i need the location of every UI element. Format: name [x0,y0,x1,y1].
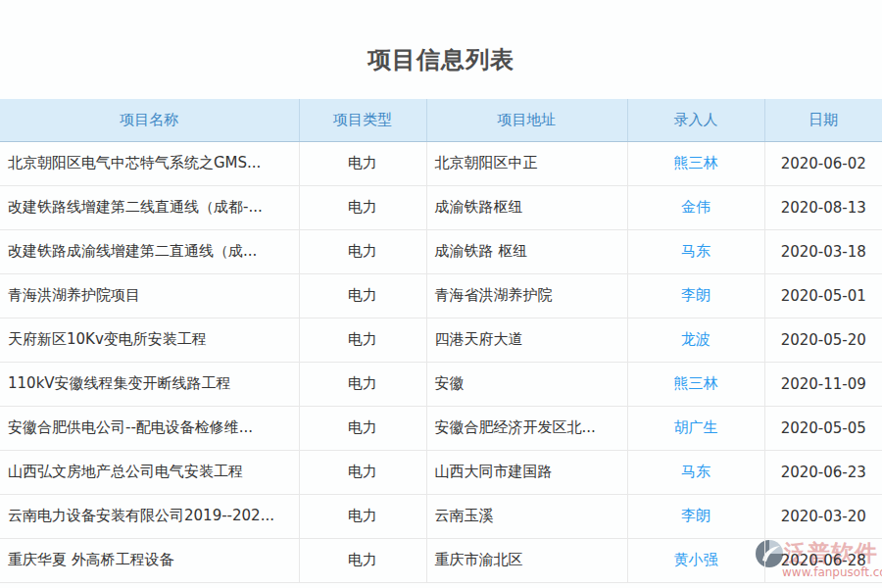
entered-by-cell: 黄小强 [627,538,764,582]
entered-by-link[interactable]: 黄小强 [674,551,718,568]
project-list-page: 项目信息列表 项目名称 项目类型 项目地址 录入人 日期 北京朝阳区电气中芯特气… [0,0,882,588]
table-row: 改建铁路线增建第二线直通线（成都-...电力成渝铁路枢纽金伟2020-08-13 [0,185,882,229]
project-name-cell: 改建铁路线增建第二线直通线（成都-... [0,185,299,229]
project-address-cell: 四港天府大道 [426,318,627,362]
entered-by-cell: 熊三林 [627,362,764,406]
project-address-cell: 重庆市渝北区 [426,538,627,582]
entered-by-link[interactable]: 胡广生 [674,418,718,436]
table-header-row: 项目名称 项目类型 项目地址 录入人 日期 [0,99,882,141]
date-cell: 2020-03-18 [764,229,882,273]
entered-by-link[interactable]: 李朗 [681,507,710,524]
table-body: 北京朝阳区电气中芯特气系统之GMS...电力北京朝阳区中正熊三林2020-06-… [0,141,882,582]
date-cell: 2020-03-20 [764,494,882,538]
project-name-cell: 天府新区10Kv变电所安装工程 [0,318,299,362]
project-address-cell: 北京朝阳区中正 [426,141,627,185]
table-header: 项目名称 项目类型 项目地址 录入人 日期 [0,99,882,141]
project-name-cell: 山西弘文房地产总公司电气安装工程 [0,450,299,494]
table-row: 重庆华夏 外高桥工程设备电力重庆市渝北区黄小强2020-06-28 [0,538,882,582]
date-cell: 2020-11-09 [764,362,882,406]
project-name-cell: 青海洪湖养护院项目 [0,273,299,318]
table-row: 青海洪湖养护院项目电力青海省洪湖养护院李朗2020-05-01 [0,273,882,318]
entered-by-link[interactable]: 熊三林 [674,374,718,392]
table-row: 天府新区10Kv变电所安装工程电力四港天府大道龙波2020-05-20 [0,318,882,362]
entered-by-link[interactable]: 马东 [681,463,710,480]
project-name-cell: 110kV安徽线程集变开断线路工程 [0,362,299,406]
entered-by-cell: 李朗 [627,273,764,318]
project-type-cell: 电力 [299,141,426,185]
page-title: 项目信息列表 [0,0,882,99]
project-name-cell: 北京朝阳区电气中芯特气系统之GMS... [0,141,299,185]
date-cell: 2020-05-01 [764,273,882,318]
project-type-cell: 电力 [299,362,426,406]
project-type-cell: 电力 [299,318,426,362]
project-type-cell: 电力 [299,494,426,538]
column-header-entered-by: 录入人 [627,99,764,141]
project-address-cell: 云南玉溪 [426,494,627,538]
entered-by-cell: 龙波 [627,318,764,362]
entered-by-cell: 马东 [627,450,764,494]
project-address-cell: 安徽 [426,362,627,406]
table-row: 云南电力设备安装有限公司2019--202...电力云南玉溪李朗2020-03-… [0,494,882,538]
project-name-cell: 安徽合肥供电公司--配电设备检修维... [0,406,299,450]
date-cell: 2020-08-13 [764,185,882,229]
date-cell: 2020-05-05 [764,406,882,450]
column-header-date: 日期 [764,99,882,141]
entered-by-link[interactable]: 李朗 [681,286,710,304]
project-address-cell: 安徽合肥经济开发区北... [426,406,627,450]
entered-by-cell: 金伟 [627,185,764,229]
project-info-table: 项目名称 项目类型 项目地址 录入人 日期 北京朝阳区电气中芯特气系统之GMS.… [0,99,882,583]
date-cell: 2020-06-28 [764,538,882,582]
project-type-cell: 电力 [299,185,426,229]
project-address-cell: 成渝铁路 枢纽 [426,229,627,273]
entered-by-cell: 胡广生 [627,406,764,450]
project-address-cell: 成渝铁路枢纽 [426,185,627,229]
entered-by-link[interactable]: 马东 [681,242,710,260]
project-name-cell: 改建铁路成渝线增建第二直通线（成... [0,229,299,273]
entered-by-link[interactable]: 龙波 [681,330,710,348]
column-header-project-address: 项目地址 [426,99,627,141]
date-cell: 2020-05-20 [764,318,882,362]
project-type-cell: 电力 [299,229,426,273]
project-address-cell: 青海省洪湖养护院 [426,273,627,318]
entered-by-cell: 熊三林 [627,141,764,185]
project-address-cell: 山西大同市建国路 [426,450,627,494]
project-name-cell: 重庆华夏 外高桥工程设备 [0,538,299,582]
column-header-project-name: 项目名称 [0,99,299,141]
entered-by-link[interactable]: 熊三林 [674,154,718,172]
project-type-cell: 电力 [299,538,426,582]
project-name-cell: 云南电力设备安装有限公司2019--202... [0,494,299,538]
entered-by-cell: 李朗 [627,494,764,538]
project-type-cell: 电力 [299,406,426,450]
project-type-cell: 电力 [299,273,426,318]
table-row: 山西弘文房地产总公司电气安装工程电力山西大同市建国路马东2020-06-23 [0,450,882,494]
table-row: 110kV安徽线程集变开断线路工程电力安徽熊三林2020-11-09 [0,362,882,406]
project-type-cell: 电力 [299,450,426,494]
table-row: 安徽合肥供电公司--配电设备检修维...电力安徽合肥经济开发区北...胡广生20… [0,406,882,450]
column-header-project-type: 项目类型 [299,99,426,141]
date-cell: 2020-06-23 [764,450,882,494]
table-row: 改建铁路成渝线增建第二直通线（成...电力成渝铁路 枢纽马东2020-03-18 [0,229,882,273]
entered-by-link[interactable]: 金伟 [681,198,710,216]
date-cell: 2020-06-02 [764,141,882,185]
table-row: 北京朝阳区电气中芯特气系统之GMS...电力北京朝阳区中正熊三林2020-06-… [0,141,882,185]
entered-by-cell: 马东 [627,229,764,273]
